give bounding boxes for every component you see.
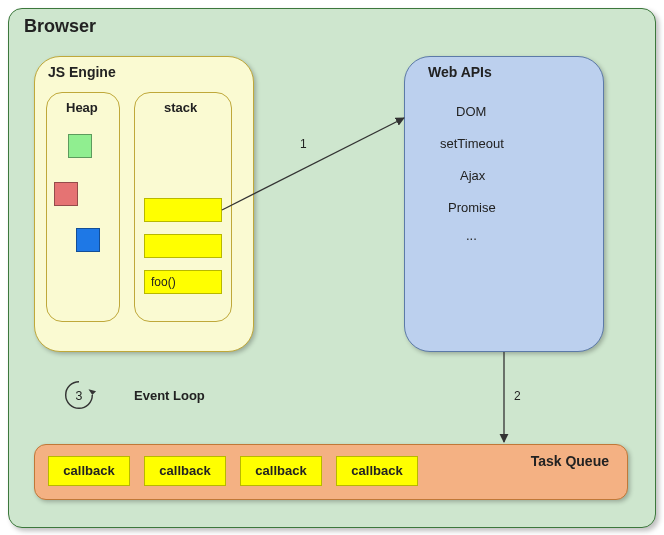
heap-title: Heap <box>66 100 98 115</box>
heap-block-red <box>54 182 78 206</box>
heap-block-green <box>68 134 92 158</box>
event-loop-icon: 3 <box>60 376 98 414</box>
web-api-item: DOM <box>456 104 486 119</box>
heap-block-blue <box>76 228 100 252</box>
web-api-item: Promise <box>448 200 496 215</box>
event-loop-label: Event Loop <box>134 388 205 403</box>
heap-box <box>46 92 120 322</box>
stack-cell <box>144 234 222 258</box>
stack-cell <box>144 198 222 222</box>
web-api-item: Ajax <box>460 168 485 183</box>
diagram-canvas: Browser JS Engine Heap stack foo() Web A… <box>0 0 664 535</box>
web-apis-title: Web APIs <box>428 64 492 80</box>
web-api-item: ... <box>466 228 477 243</box>
callback-cell: callback <box>240 456 322 486</box>
stack-title: stack <box>164 100 197 115</box>
stack-cell: foo() <box>144 270 222 294</box>
web-apis-box <box>404 56 604 352</box>
web-api-item: setTimeout <box>440 136 504 151</box>
callback-cell: callback <box>336 456 418 486</box>
browser-title: Browser <box>24 16 96 37</box>
svg-marker-0 <box>89 389 97 395</box>
task-queue-title: Task Queue <box>531 453 609 469</box>
event-loop-number: 3 <box>76 389 83 403</box>
js-engine-title: JS Engine <box>48 64 116 80</box>
callback-cell: callback <box>144 456 226 486</box>
callback-cell: callback <box>48 456 130 486</box>
